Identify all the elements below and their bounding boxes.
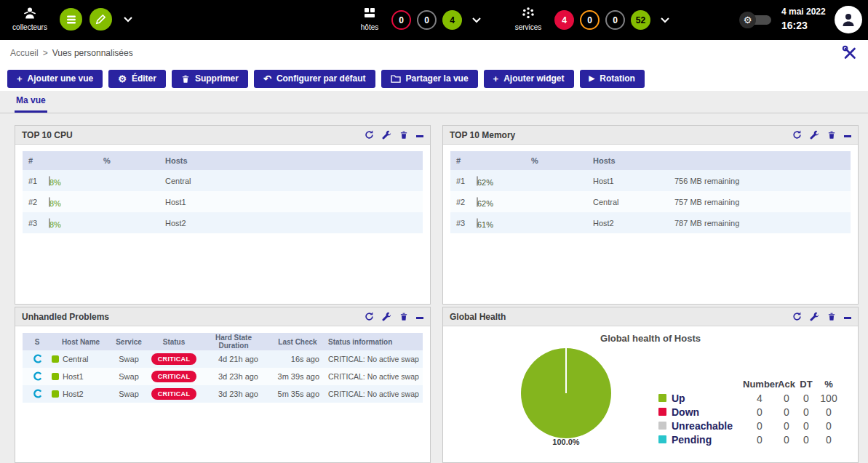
legend-row-down: Down 0 0 0 0 bbox=[658, 405, 842, 419]
services-section[interactable]: services bbox=[511, 4, 546, 31]
centreon-logo-icon bbox=[23, 389, 52, 400]
legend-dt: 0 bbox=[797, 420, 816, 432]
legend-pct: 0 bbox=[816, 420, 842, 432]
user-avatar[interactable] bbox=[835, 6, 862, 33]
cpu-progress-bar: 8% bbox=[49, 218, 50, 228]
hard-state-duration: 3d 23h ago bbox=[200, 390, 267, 398]
user-icon bbox=[840, 11, 857, 28]
widget-header: Unhandled Problems bbox=[15, 307, 430, 326]
services-ok-badge[interactable]: 52 bbox=[631, 10, 650, 30]
cpu-row[interactable]: #2 8% Host1 bbox=[23, 191, 423, 212]
services-chevron-down-icon[interactable] bbox=[661, 17, 669, 23]
services-warning-badge[interactable]: 0 bbox=[580, 10, 600, 30]
minimize-icon[interactable] bbox=[844, 135, 851, 137]
edit-view-button[interactable]: ⚙ Éditer bbox=[108, 70, 166, 88]
rank: #2 bbox=[23, 198, 49, 206]
problem-row[interactable]: Host2 Swap CRITICAL 3d 23h ago 5m 35s ag… bbox=[23, 385, 423, 403]
col-rank: # bbox=[23, 156, 49, 165]
hosts-unreachable-badge[interactable]: 0 bbox=[417, 10, 437, 30]
tab-ma-vue[interactable]: Ma vue bbox=[15, 95, 47, 113]
refresh-icon[interactable] bbox=[365, 312, 374, 321]
add-widget-button[interactable]: + Ajouter widget bbox=[484, 70, 574, 88]
rank: #1 bbox=[450, 177, 477, 185]
legend-label: Up bbox=[672, 392, 743, 404]
minimize-icon[interactable] bbox=[416, 135, 423, 137]
problem-row[interactable]: Central Swap CRITICAL 4d 21h ago 16s ago… bbox=[23, 350, 423, 368]
minimize-icon[interactable] bbox=[844, 317, 851, 319]
legend-row-unreachable: Unreachable 0 0 0 0 bbox=[658, 419, 842, 432]
pollers-chevron-down-icon[interactable] bbox=[124, 17, 132, 23]
hosts-up-badge[interactable]: 4 bbox=[442, 10, 462, 30]
cpu-row[interactable]: #1 8% Central bbox=[23, 170, 423, 191]
col-status-info: Status information bbox=[328, 338, 423, 346]
wrench-icon[interactable] bbox=[382, 130, 391, 140]
memory-table-header: # % Hosts bbox=[450, 151, 851, 170]
host-name[interactable]: Host2 bbox=[63, 390, 84, 398]
status-badge: CRITICAL bbox=[151, 388, 196, 400]
service-name[interactable]: Swap bbox=[110, 355, 148, 363]
minimize-icon[interactable] bbox=[416, 317, 423, 319]
poller-status-button[interactable] bbox=[60, 8, 82, 31]
status-information: CRITICAL: No active swap bbox=[328, 390, 423, 398]
collector-person-icon bbox=[9, 4, 51, 22]
cpu-row[interactable]: #3 8% Host2 bbox=[23, 212, 423, 233]
col-rank: # bbox=[450, 156, 477, 165]
legend-label: Down bbox=[672, 406, 743, 418]
refresh-icon[interactable] bbox=[365, 130, 374, 140]
trash-icon[interactable] bbox=[827, 312, 836, 321]
legend-row-pending: Pending 0 0 0 0 bbox=[658, 432, 842, 446]
wrench-icon[interactable] bbox=[382, 312, 391, 321]
memory-row[interactable]: #2 62% Central 757 MB remaining bbox=[450, 191, 851, 212]
collectors-section[interactable]: collecteurs bbox=[9, 4, 51, 31]
delete-view-button[interactable]: Supprimer bbox=[172, 70, 248, 88]
folder-icon bbox=[391, 74, 401, 83]
services-critical-badge[interactable]: 4 bbox=[554, 10, 574, 30]
memory-remaining: 757 MB remaining bbox=[674, 198, 851, 206]
wrench-icon[interactable] bbox=[810, 130, 819, 140]
theme-toggle[interactable]: ⚙ bbox=[739, 12, 773, 28]
refresh-icon[interactable] bbox=[792, 130, 802, 140]
status-information: CRITICAL: No active swap bbox=[328, 372, 423, 381]
service-name[interactable]: Swap bbox=[110, 372, 148, 381]
default-config-button[interactable]: ↶ Configurer par défaut bbox=[254, 70, 375, 88]
last-check: 5m 35s ago bbox=[267, 390, 328, 398]
hosts-health-pie-chart bbox=[515, 342, 617, 444]
rotation-button[interactable]: ▶ Rotation bbox=[580, 70, 645, 88]
breadcrumb-home-link[interactable]: Accueil bbox=[10, 48, 39, 58]
refresh-icon[interactable] bbox=[792, 312, 802, 321]
host-name[interactable]: Central bbox=[63, 355, 88, 363]
widget-header: TOP 10 CPU bbox=[15, 126, 430, 145]
host-name[interactable]: Host1 bbox=[63, 372, 84, 381]
customize-tools-icon[interactable] bbox=[842, 45, 858, 61]
legend-number: 0 bbox=[743, 406, 776, 418]
problem-row[interactable]: Host1 Swap CRITICAL 3d 23h ago 3m 39s ag… bbox=[23, 368, 423, 385]
trash-icon[interactable] bbox=[399, 312, 408, 321]
memory-progress-bar: 61% bbox=[477, 218, 478, 228]
memory-row[interactable]: #1 62% Host1 756 MB remaining bbox=[450, 170, 851, 191]
share-view-button[interactable]: Partager la vue bbox=[381, 70, 478, 88]
legend-dt: 0 bbox=[797, 406, 816, 418]
col-percent: % bbox=[49, 156, 165, 165]
memory-table: # % Hosts #1 62% Host1 756 MB remaining … bbox=[450, 151, 851, 233]
hosts-section[interactable]: hôtes bbox=[354, 4, 386, 31]
service-name[interactable]: Swap bbox=[110, 390, 148, 398]
default-config-label: Configurer par défaut bbox=[276, 73, 366, 84]
breadcrumb-separator: > bbox=[43, 48, 48, 58]
add-view-button[interactable]: + Ajouter une vue bbox=[7, 70, 103, 88]
hosts-down-badge[interactable]: 0 bbox=[391, 10, 411, 30]
edit-view-label: Éditer bbox=[132, 73, 156, 84]
breadcrumb-bar: Accueil > Vues personnalisées bbox=[0, 40, 868, 66]
poller-export-button[interactable] bbox=[89, 8, 112, 31]
memory-row[interactable]: #3 61% Host2 787 MB remaining bbox=[450, 212, 851, 233]
hosts-chevron-down-icon[interactable] bbox=[472, 17, 481, 23]
col-hosts: Hosts bbox=[593, 156, 674, 165]
trash-icon bbox=[181, 74, 190, 84]
trash-icon[interactable] bbox=[399, 130, 408, 140]
wrench-icon[interactable] bbox=[810, 312, 819, 321]
legend-col-dt: DT bbox=[797, 379, 816, 390]
services-unknown-badge[interactable]: 0 bbox=[605, 10, 625, 30]
trash-icon[interactable] bbox=[827, 130, 836, 140]
legend-dt: 0 bbox=[797, 434, 816, 446]
cpu-table: # % Hosts #1 8% Central #2 8% Host1 #3 8… bbox=[23, 151, 423, 233]
services-icon bbox=[511, 4, 546, 22]
